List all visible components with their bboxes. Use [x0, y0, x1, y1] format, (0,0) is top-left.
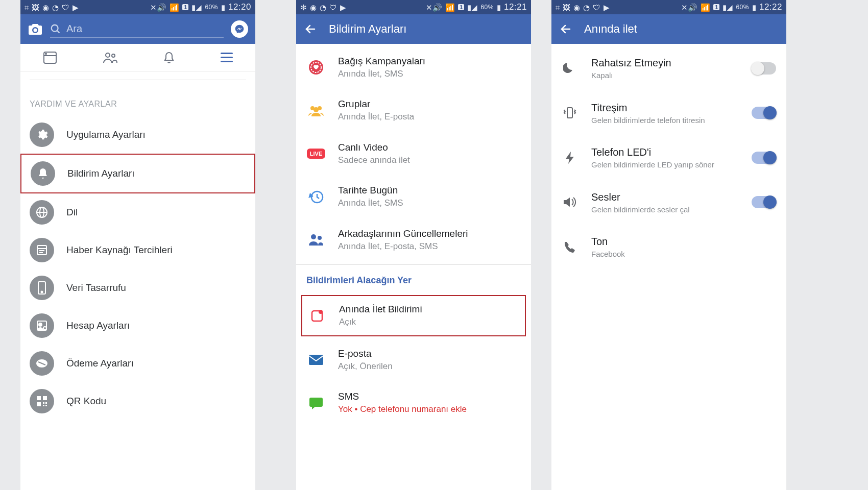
- svg-rect-26: [43, 405, 44, 406]
- svg-rect-23: [37, 402, 41, 406]
- vibrate-icon: [561, 106, 579, 120]
- settings-row-heart[interactable]: Bağış KampanyalarıAnında İlet, SMS: [296, 46, 531, 89]
- bell-icon: [31, 161, 55, 186]
- back-button[interactable]: [304, 23, 317, 35]
- mute-icon: ✕🔊: [150, 4, 166, 11]
- row-title: Gruplar: [338, 98, 521, 111]
- tab-bar: [20, 44, 255, 71]
- menu-scroll[interactable]: YARDIM VE AYARLAR Uygulama AyarlarıBildi…: [20, 71, 255, 490]
- push-row-speaker[interactable]: SeslerGelen bildirimlerde sesler çal: [551, 180, 786, 225]
- toggle-switch[interactable]: [752, 62, 776, 75]
- row-body: SeslerGelen bildirimlerde sesler çal: [591, 190, 739, 215]
- toggle-switch[interactable]: [752, 196, 776, 208]
- svg-point-0: [52, 24, 58, 31]
- row-body: Tarihte BugünAnında İlet, SMS: [338, 184, 521, 209]
- tab-friends[interactable]: [103, 52, 118, 64]
- svg-point-36: [318, 236, 322, 240]
- status-bar: ⌗ 🖼 ◉ ◔ 🛡 ▶ ✕🔊 📶 1 ▮◢ 60% ▮ 12:20: [20, 0, 255, 14]
- notif-channel-list: Anında İlet BildirimiAçıkE-postaAçık, Ön…: [296, 291, 531, 424]
- settings-row-push[interactable]: Anında İlet BildirimiAçık: [301, 295, 526, 336]
- settings-row-mail[interactable]: E-postaAçık, Önerilen: [296, 338, 531, 381]
- status-icon: 🛡: [593, 4, 600, 11]
- menu-item-gear[interactable]: Uygulama Ayarları: [20, 116, 255, 154]
- wifi-icon: 📶: [170, 4, 179, 11]
- svg-point-5: [106, 53, 110, 57]
- search-icon: [50, 23, 61, 35]
- status-bar: ✻ ◉ ◔ 🛡 ▶ ✕🔊 📶 1 ▮◢ 60% ▮ 12:21: [296, 0, 531, 14]
- sim-indicator: 1: [458, 4, 464, 10]
- status-icon: 🛡: [62, 4, 69, 11]
- row-body: GruplarAnında İlet, E-posta: [338, 98, 521, 122]
- bolt-icon: [561, 151, 579, 165]
- svg-point-33: [314, 107, 319, 112]
- status-icon: ◔: [583, 4, 590, 11]
- settings-scroll[interactable]: Bağış KampanyalarıAnında İlet, SMSGrupla…: [296, 44, 531, 490]
- gear-icon: [30, 122, 54, 147]
- settings-row-friends[interactable]: Arkadaşlarının GüncellemeleriAnında İlet…: [296, 218, 531, 261]
- menu-item-bell[interactable]: Bildirim Ayarları: [20, 154, 255, 193]
- search-input[interactable]: [66, 23, 224, 35]
- menu-item-qr[interactable]: QR Kodu: [20, 382, 255, 420]
- settings-row-groups[interactable]: GruplarAnında İlet, E-posta: [296, 89, 531, 132]
- search-field[interactable]: [50, 20, 224, 38]
- row-body: Arkadaşlarının GüncellemeleriAnında İlet…: [338, 228, 521, 252]
- screen-header: Bildirim Ayarları: [296, 14, 531, 44]
- row-body: Telefon LED'iGelen bildirimlerde LED yan…: [591, 145, 739, 170]
- toggle-switch[interactable]: [752, 107, 776, 119]
- signal-icon: ▮◢: [191, 4, 202, 11]
- mute-icon: ✕🔊: [681, 4, 697, 11]
- settings-row-live[interactable]: LIVECanlı VideoSadece anında ilet: [296, 132, 531, 175]
- battery-percent: 60%: [205, 4, 218, 11]
- status-icon: 🖼: [563, 4, 570, 11]
- svg-rect-41: [567, 108, 572, 118]
- signal-icon: ▮◢: [722, 4, 733, 11]
- battery-percent: 60%: [736, 4, 749, 11]
- menu-item-phone[interactable]: Veri Tasarrufu: [20, 269, 255, 307]
- menu-item-globe[interactable]: Dil: [20, 193, 255, 231]
- row-title: SMS: [338, 390, 521, 403]
- row-subtitle: Sadece anında ilet: [338, 154, 521, 166]
- menu-label: Haber Kaynağı Tercihleri: [66, 244, 173, 256]
- messenger-button[interactable]: [231, 20, 248, 38]
- wifi-icon: 📶: [445, 4, 455, 11]
- mute-icon: ✕🔊: [426, 4, 442, 11]
- phone-icon: [30, 276, 54, 300]
- screen-header: Anında ilet: [551, 14, 786, 44]
- phone-notif-settings-screen: ✻ ◉ ◔ 🛡 ▶ ✕🔊 📶 1 ▮◢ 60% ▮ 12:21 Bildirim…: [296, 0, 531, 490]
- row-body: Canlı VideoSadece anında ilet: [338, 141, 521, 166]
- row-title: Canlı Video: [338, 141, 521, 154]
- menu-item-card[interactable]: Ödeme Ayarları: [20, 345, 255, 382]
- row-title: Bağış Kampanyaları: [338, 55, 521, 68]
- menu-label: QR Kodu: [66, 396, 106, 407]
- sim-indicator: 1: [713, 4, 719, 10]
- tab-notifications[interactable]: [163, 51, 175, 64]
- row-subtitle: Açık, Önerilen: [338, 360, 521, 373]
- notif-category-list: Bağış KampanyalarıAnında İlet, SMSGrupla…: [296, 44, 531, 261]
- back-button[interactable]: [560, 23, 572, 35]
- push-row-vibrate[interactable]: TitreşimGelen bildirimlerde telefon titr…: [551, 91, 786, 136]
- phone-menu-screen: ⌗ 🖼 ◉ ◔ 🛡 ▶ ✕🔊 📶 1 ▮◢ 60% ▮ 12:20: [20, 0, 255, 490]
- menu-item-account[interactable]: Hesap Ayarları: [20, 307, 255, 345]
- push-row-phone2[interactable]: TonFacebook: [551, 225, 786, 270]
- svg-rect-39: [309, 355, 323, 365]
- row-subtitle: Anında İlet, SMS: [338, 68, 521, 80]
- status-time: 12:22: [759, 2, 782, 12]
- push-scroll[interactable]: Rahatsız EtmeyinKapalıTitreşimGelen bild…: [551, 44, 786, 490]
- row-body: SMSYok • Cep telefonu numaranı ekle: [338, 390, 521, 415]
- phone2-icon: [561, 241, 579, 253]
- push-row-bolt[interactable]: Telefon LED'iGelen bildirimlerde LED yan…: [551, 135, 786, 180]
- svg-rect-24: [43, 402, 44, 404]
- push-row-moon[interactable]: Rahatsız EtmeyinKapalı: [551, 46, 786, 91]
- row-subtitle: Gelen bildirimlerde LED yanıp söner: [591, 160, 739, 170]
- tab-menu[interactable]: [221, 53, 233, 62]
- group-header: Bildirimleri Alacağın Yer: [296, 264, 531, 291]
- status-icon: ◔: [52, 4, 59, 11]
- toggle-switch[interactable]: [752, 152, 776, 164]
- tab-newsfeed[interactable]: [43, 51, 57, 64]
- settings-row-clock[interactable]: Tarihte BugünAnında İlet, SMS: [296, 175, 531, 218]
- settings-row-sms[interactable]: SMSYok • Cep telefonu numaranı ekle: [296, 381, 531, 424]
- camera-icon[interactable]: [28, 22, 43, 36]
- account-icon: [30, 313, 54, 338]
- menu-item-feed[interactable]: Haber Kaynağı Tercihleri: [20, 231, 255, 269]
- row-title: Sesler: [591, 190, 739, 204]
